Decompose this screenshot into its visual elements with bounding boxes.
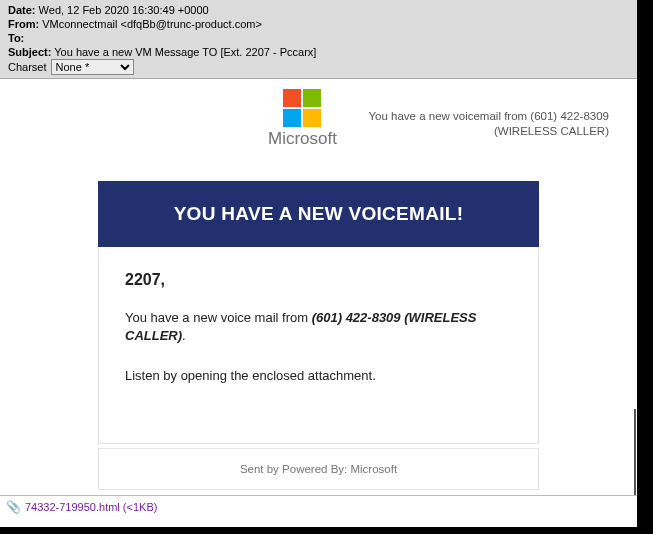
charset-select[interactable]: None * bbox=[51, 59, 134, 75]
header-from: From: VMconnectmail <dfqBb@trunc-product… bbox=[8, 17, 629, 31]
paperclip-icon: 📎 bbox=[6, 500, 21, 514]
header-subject: Subject: You have a new VM Message TO [E… bbox=[8, 45, 629, 59]
card-wrap: YOU HAVE A NEW VOICEMAIL! 2207, You have… bbox=[0, 155, 637, 490]
attachment-filename: 74332-719950.html bbox=[25, 501, 120, 513]
message-line-1: You have a new voice mail from (601) 422… bbox=[125, 309, 512, 345]
card-body: 2207, You have a new voice mail from (60… bbox=[98, 247, 539, 444]
voicemail-summary-line1: You have a new voicemail from (601) 422-… bbox=[368, 109, 609, 124]
header-to: To: bbox=[8, 31, 629, 45]
banner-title: YOU HAVE A NEW VOICEMAIL! bbox=[174, 203, 464, 224]
greeting: 2207, bbox=[125, 271, 512, 289]
email-headers: Date: Wed, 12 Feb 2020 16:30:49 +0000 Fr… bbox=[0, 0, 637, 79]
email-window: Date: Wed, 12 Feb 2020 16:30:49 +0000 Fr… bbox=[0, 0, 637, 518]
header-charset: Charset None * bbox=[8, 59, 629, 75]
voicemail-summary-line2: (WIRELESS CALLER) bbox=[368, 124, 609, 139]
header-date: Date: Wed, 12 Feb 2020 16:30:49 +0000 bbox=[8, 3, 629, 17]
footer-text: Sent by Powered By: Microsoft bbox=[240, 463, 397, 475]
message-line-2: Listen by opening the enclosed attachmen… bbox=[125, 367, 512, 385]
voicemail-summary: You have a new voicemail from (601) 422-… bbox=[368, 99, 609, 139]
brand-row: Microsoft You have a new voicemail from … bbox=[0, 79, 637, 155]
attachment-size: (<1KB) bbox=[123, 501, 158, 513]
scrollbar[interactable] bbox=[634, 409, 636, 499]
date-label: Date: bbox=[8, 4, 36, 16]
from-value: VMconnectmail <dfqBb@trunc-product.com> bbox=[42, 18, 262, 30]
microsoft-wordmark: Microsoft bbox=[268, 129, 337, 149]
subject-value: You have a new VM Message TO [Ext. 2207 … bbox=[54, 46, 316, 58]
microsoft-logo-block: Microsoft bbox=[268, 89, 337, 149]
message-line1-post: . bbox=[182, 328, 186, 343]
to-label: To: bbox=[8, 32, 24, 44]
message-line1-pre: You have a new voice mail from bbox=[125, 310, 312, 325]
microsoft-logo-icon bbox=[283, 89, 321, 127]
email-body: Microsoft You have a new voicemail from … bbox=[0, 79, 637, 527]
from-label: From: bbox=[8, 18, 39, 30]
subject-label: Subject: bbox=[8, 46, 51, 58]
attachment-link[interactable]: 74332-719950.html (<1KB) bbox=[25, 501, 157, 513]
card-footer: Sent by Powered By: Microsoft bbox=[98, 448, 539, 490]
attachment-bar: 📎 74332-719950.html (<1KB) bbox=[0, 495, 637, 518]
date-value: Wed, 12 Feb 2020 16:30:49 +0000 bbox=[39, 4, 209, 16]
charset-label: Charset bbox=[8, 60, 47, 74]
voicemail-banner: YOU HAVE A NEW VOICEMAIL! bbox=[98, 181, 539, 247]
